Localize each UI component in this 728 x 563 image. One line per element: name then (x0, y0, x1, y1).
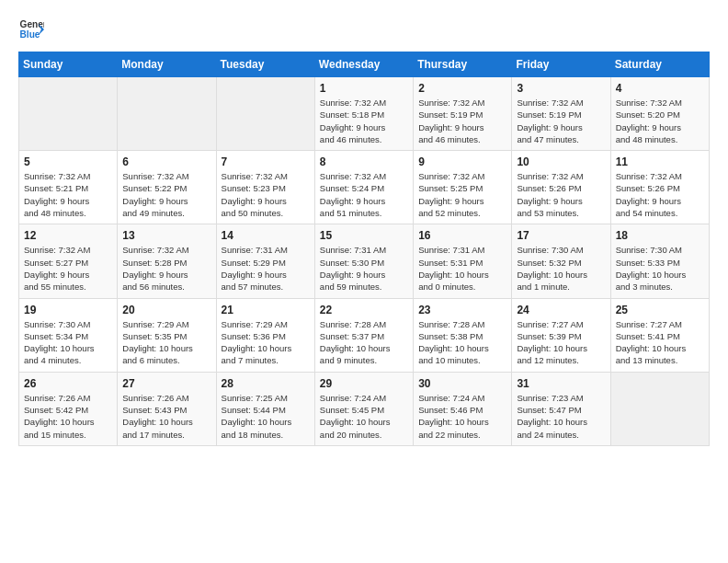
weekday-header-friday: Friday (512, 52, 610, 77)
calendar-cell: 19Sunrise: 7:30 AM Sunset: 5:34 PM Dayli… (19, 298, 118, 372)
day-info: Sunrise: 7:32 AM Sunset: 5:19 PM Dayligh… (517, 97, 605, 145)
day-number: 8 (320, 155, 408, 168)
weekday-header-row: SundayMondayTuesdayWednesdayThursdayFrid… (19, 52, 710, 77)
day-info: Sunrise: 7:31 AM Sunset: 5:31 PM Dayligh… (418, 244, 506, 293)
day-info: Sunrise: 7:29 AM Sunset: 5:36 PM Dayligh… (222, 318, 310, 367)
calendar-week-row: 1Sunrise: 7:32 AM Sunset: 5:18 PM Daylig… (19, 77, 710, 151)
weekday-header-wednesday: Wednesday (314, 52, 413, 77)
calendar-week-row: 26Sunrise: 7:26 AM Sunset: 5:42 PM Dayli… (19, 372, 710, 445)
day-number: 4 (616, 82, 704, 95)
day-info: Sunrise: 7:30 AM Sunset: 5:34 PM Dayligh… (24, 318, 112, 367)
calendar-cell: 25Sunrise: 7:27 AM Sunset: 5:41 PM Dayli… (610, 298, 709, 372)
day-info: Sunrise: 7:32 AM Sunset: 5:18 PM Dayligh… (320, 97, 408, 145)
day-number: 5 (24, 155, 112, 168)
calendar-cell: 31Sunrise: 7:23 AM Sunset: 5:47 PM Dayli… (512, 372, 610, 445)
day-number: 14 (222, 229, 310, 242)
calendar-week-row: 12Sunrise: 7:32 AM Sunset: 5:27 PM Dayli… (19, 224, 710, 298)
day-info: Sunrise: 7:32 AM Sunset: 5:26 PM Dayligh… (517, 170, 605, 219)
day-number: 21 (222, 304, 310, 316)
day-info: Sunrise: 7:32 AM Sunset: 5:22 PM Dayligh… (122, 170, 210, 219)
calendar-cell (118, 77, 216, 151)
calendar-cell: 7Sunrise: 7:32 AM Sunset: 5:23 PM Daylig… (216, 151, 314, 224)
weekday-header-sunday: Sunday (19, 52, 118, 77)
day-number: 24 (517, 304, 605, 316)
day-number: 25 (616, 304, 704, 316)
day-number: 30 (418, 377, 506, 390)
day-info: Sunrise: 7:32 AM Sunset: 5:23 PM Dayligh… (222, 170, 310, 219)
calendar-cell: 3Sunrise: 7:32 AM Sunset: 5:19 PM Daylig… (512, 77, 610, 151)
day-number: 13 (122, 229, 210, 242)
day-number: 2 (418, 82, 506, 95)
calendar-cell: 23Sunrise: 7:28 AM Sunset: 5:38 PM Dayli… (414, 298, 512, 372)
day-number: 6 (122, 155, 210, 168)
day-info: Sunrise: 7:24 AM Sunset: 5:46 PM Dayligh… (418, 392, 506, 441)
day-info: Sunrise: 7:32 AM Sunset: 5:20 PM Dayligh… (616, 97, 704, 145)
calendar-cell: 14Sunrise: 7:31 AM Sunset: 5:29 PM Dayli… (216, 224, 314, 298)
day-info: Sunrise: 7:32 AM Sunset: 5:24 PM Dayligh… (320, 170, 408, 219)
calendar-cell: 1Sunrise: 7:32 AM Sunset: 5:18 PM Daylig… (314, 77, 413, 151)
day-info: Sunrise: 7:32 AM Sunset: 5:19 PM Dayligh… (418, 97, 506, 145)
header: General Blue (18, 17, 710, 42)
logo: General Blue (18, 17, 48, 42)
calendar-cell: 18Sunrise: 7:30 AM Sunset: 5:33 PM Dayli… (610, 224, 709, 298)
calendar-body: 1Sunrise: 7:32 AM Sunset: 5:18 PM Daylig… (19, 77, 710, 446)
weekday-header-saturday: Saturday (610, 52, 709, 77)
day-number: 16 (418, 229, 506, 242)
day-number: 1 (320, 82, 408, 95)
day-number: 19 (24, 304, 112, 316)
day-number: 17 (517, 229, 605, 242)
calendar-cell: 11Sunrise: 7:32 AM Sunset: 5:26 PM Dayli… (610, 151, 709, 224)
day-info: Sunrise: 7:32 AM Sunset: 5:28 PM Dayligh… (122, 244, 210, 293)
day-number: 22 (320, 304, 408, 316)
day-number: 12 (24, 229, 112, 242)
calendar-cell: 17Sunrise: 7:30 AM Sunset: 5:32 PM Dayli… (512, 224, 610, 298)
calendar-cell: 6Sunrise: 7:32 AM Sunset: 5:22 PM Daylig… (118, 151, 216, 224)
calendar-cell: 16Sunrise: 7:31 AM Sunset: 5:31 PM Dayli… (414, 224, 512, 298)
day-number: 15 (320, 229, 408, 242)
calendar-cell: 28Sunrise: 7:25 AM Sunset: 5:44 PM Dayli… (216, 372, 314, 445)
calendar-cell: 29Sunrise: 7:24 AM Sunset: 5:45 PM Dayli… (314, 372, 413, 445)
day-info: Sunrise: 7:26 AM Sunset: 5:42 PM Dayligh… (24, 392, 112, 441)
day-info: Sunrise: 7:32 AM Sunset: 5:21 PM Dayligh… (24, 170, 112, 219)
weekday-header-monday: Monday (118, 52, 216, 77)
day-info: Sunrise: 7:31 AM Sunset: 5:29 PM Dayligh… (222, 244, 310, 293)
day-number: 18 (616, 229, 704, 242)
day-number: 28 (222, 377, 310, 390)
calendar-cell: 13Sunrise: 7:32 AM Sunset: 5:28 PM Dayli… (118, 224, 216, 298)
calendar-cell: 15Sunrise: 7:31 AM Sunset: 5:30 PM Dayli… (314, 224, 413, 298)
day-info: Sunrise: 7:32 AM Sunset: 5:27 PM Dayligh… (24, 244, 112, 293)
calendar-week-row: 19Sunrise: 7:30 AM Sunset: 5:34 PM Dayli… (19, 298, 710, 372)
day-number: 31 (517, 377, 605, 390)
calendar-cell: 20Sunrise: 7:29 AM Sunset: 5:35 PM Dayli… (118, 298, 216, 372)
weekday-header-tuesday: Tuesday (216, 52, 314, 77)
day-number: 20 (122, 304, 210, 316)
calendar-cell: 10Sunrise: 7:32 AM Sunset: 5:26 PM Dayli… (512, 151, 610, 224)
calendar-cell: 24Sunrise: 7:27 AM Sunset: 5:39 PM Dayli… (512, 298, 610, 372)
day-number: 11 (616, 155, 704, 168)
day-info: Sunrise: 7:23 AM Sunset: 5:47 PM Dayligh… (517, 392, 605, 441)
day-info: Sunrise: 7:24 AM Sunset: 5:45 PM Dayligh… (320, 392, 408, 441)
day-number: 26 (24, 377, 112, 390)
day-info: Sunrise: 7:28 AM Sunset: 5:38 PM Dayligh… (418, 318, 506, 367)
calendar-cell: 27Sunrise: 7:26 AM Sunset: 5:43 PM Dayli… (118, 372, 216, 445)
day-number: 10 (517, 155, 605, 168)
svg-text:Blue: Blue (20, 29, 40, 40)
day-info: Sunrise: 7:26 AM Sunset: 5:43 PM Dayligh… (122, 392, 210, 441)
calendar-cell (19, 77, 118, 151)
day-info: Sunrise: 7:29 AM Sunset: 5:35 PM Dayligh… (122, 318, 210, 367)
calendar-cell (610, 372, 709, 445)
calendar-cell: 30Sunrise: 7:24 AM Sunset: 5:46 PM Dayli… (414, 372, 512, 445)
calendar-header: SundayMondayTuesdayWednesdayThursdayFrid… (19, 52, 710, 77)
calendar-cell: 5Sunrise: 7:32 AM Sunset: 5:21 PM Daylig… (19, 151, 118, 224)
calendar-cell: 2Sunrise: 7:32 AM Sunset: 5:19 PM Daylig… (414, 77, 512, 151)
day-info: Sunrise: 7:30 AM Sunset: 5:32 PM Dayligh… (517, 244, 605, 293)
day-number: 9 (418, 155, 506, 168)
day-info: Sunrise: 7:32 AM Sunset: 5:26 PM Dayligh… (616, 170, 704, 219)
calendar-cell: 21Sunrise: 7:29 AM Sunset: 5:36 PM Dayli… (216, 298, 314, 372)
page: General Blue SundayMondayTuesdayWednesda… (0, 0, 728, 463)
calendar-cell: 12Sunrise: 7:32 AM Sunset: 5:27 PM Dayli… (19, 224, 118, 298)
calendar-cell: 26Sunrise: 7:26 AM Sunset: 5:42 PM Dayli… (19, 372, 118, 445)
day-number: 27 (122, 377, 210, 390)
day-info: Sunrise: 7:31 AM Sunset: 5:30 PM Dayligh… (320, 244, 408, 293)
calendar-table: SundayMondayTuesdayWednesdayThursdayFrid… (18, 52, 710, 446)
